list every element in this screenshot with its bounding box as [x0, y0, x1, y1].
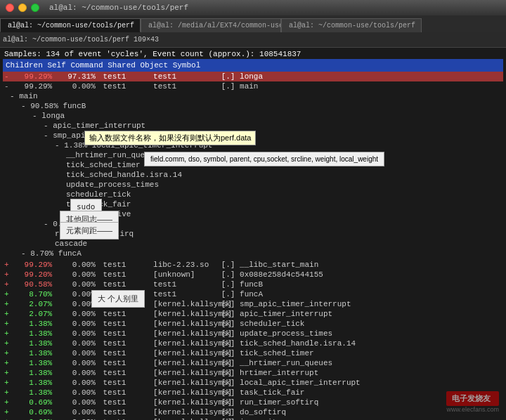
flat-row-1[interactable]: + 99.20% 0.00% test1 [unknown] [.] 0x088…: [3, 270, 503, 280]
tabbar: al@al: ~/common-use/tools/perf al@al: /m…: [0, 15, 506, 32]
flat-row-16[interactable]: + 0.69% 0.00% test1 [kernel.kallsyms] [k…: [3, 417, 503, 420]
perf-row-1[interactable]: - 99.29% 97.31% test1 test1 [.] longa: [3, 72, 503, 81]
toolbar: al@al: ~/common-use/tools/perf 109×43: [0, 32, 506, 48]
flat-row-15[interactable]: + 0.69% 0.00% test1 [kernel.kallsyms] [k…: [3, 407, 503, 417]
flat-row-13[interactable]: + 1.38% 0.00% test1 [kernel.kallsyms] [k…: [3, 388, 503, 398]
popup-yuan: 元素间距——: [60, 222, 119, 239]
flat-row-4[interactable]: + 2.07% 0.00% test1 [kernel.kallsyms] [k…: [3, 299, 503, 309]
tree-main: - main: [3, 91, 503, 101]
flat-row-2[interactable]: + 90.58% 0.00% test1 test1 [.] funcB: [3, 280, 503, 289]
tab-2[interactable]: al@al: /media/al/EXT4/common-use/a: [141, 18, 281, 32]
flat-row-9[interactable]: + 1.38% 0.00% test1 [kernel.kallsyms] [k…: [3, 348, 503, 358]
flat-row-7[interactable]: + 1.38% 0.00% test1 [kernel.kallsyms] [k…: [3, 329, 503, 339]
tree-tick-handle: tick_sched_handle.isra.14: [3, 170, 503, 180]
flat-row-10[interactable]: + 1.38% 0.00% test1 [kernel.kallsyms] [k…: [3, 358, 503, 368]
flat-row-14[interactable]: + 0.69% 0.00% test1 [kernel.kallsyms] [k…: [3, 398, 503, 407]
tree-local: - 1.38% local_apic_timer_interrupt: [3, 140, 503, 150]
tree-funca: - 8.70% funcA: [3, 249, 503, 258]
minimize-button[interactable]: [18, 4, 27, 12]
tab-1[interactable]: al@al: ~/common-use/tools/perf: [0, 18, 141, 32]
flat-row-12[interactable]: + 1.38% 0.00% test1 [kernel.kallsyms] [k…: [3, 378, 503, 388]
flat-row-5[interactable]: + 2.07% 0.00% test1 [kernel.kallsyms] [k…: [3, 309, 503, 319]
context-menu-sort[interactable]: field.comm, dso, symbol, parent, cpu,soc…: [144, 152, 384, 166]
toolbar-path: al@al: ~/common-use/tools/perf 109×43: [3, 36, 159, 44]
maximize-button[interactable]: [31, 4, 39, 12]
flat-row-6[interactable]: + 1.38% 0.00% test1 [kernel.kallsyms] [k…: [3, 319, 503, 329]
terminal-content: Samples: 134 of event 'cycles', Event co…: [0, 48, 506, 420]
perf-column-headers: Children Self Command Shared Object Symb…: [3, 59, 503, 72]
flat-row-3[interactable]: + 8.70% 0.00% test1 test1 [.] funcA: [3, 289, 503, 299]
tree-cascade: cascade: [3, 239, 503, 249]
tree-longa: - longa: [3, 111, 503, 121]
tree-apic: - apic_timer_interrupt: [3, 121, 503, 131]
close-button[interactable]: [6, 4, 14, 12]
tab-3[interactable]: al@al: ~/common-use/tools/perf: [281, 18, 422, 32]
flat-row-11[interactable]: + 1.38% 0.00% test1 [kernel.kallsyms] [k…: [3, 368, 503, 378]
flat-row-8[interactable]: + 1.38% 0.00% test1 [kernel.kallsyms] [k…: [3, 339, 503, 348]
tree-scheduler: scheduler_tick: [3, 190, 503, 199]
flat-row-0[interactable]: + 99.29% 0.00% test1 libc-2.23.so [.] __…: [3, 260, 503, 270]
titlebar: al@al: ~/common-use/tools/perf: [0, 0, 506, 15]
tree-smp: - smp_apic_timer_interrupt: [3, 131, 503, 140]
window-title: al@al: ~/common-use/tools/perf: [49, 4, 188, 12]
tree-update: update_process_times: [3, 180, 503, 190]
perf-samples-header: Samples: 134 of event 'cycles', Event co…: [3, 49, 503, 59]
flat-rows-container: + 99.29% 0.00% test1 libc-2.23.so [.] __…: [3, 260, 503, 420]
tree-funcb: - 90.58% funcB: [3, 101, 503, 111]
perf-row-2[interactable]: - 99.29% 0.00% test1 test1 [.] main: [3, 81, 503, 91]
popup-geren: 大 个人别里: [91, 290, 145, 308]
